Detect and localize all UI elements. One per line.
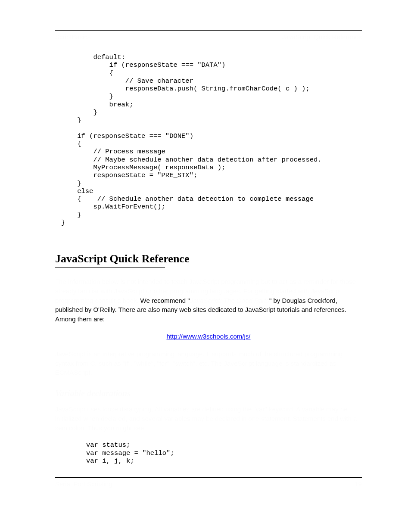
intro-text-b-plain: We recommend " — [140, 297, 190, 304]
footer-left: Serial Port Scripting — [55, 480, 112, 488]
header-divider — [55, 30, 362, 31]
book-title: JavaScript: The Good Parts — [190, 297, 269, 304]
header-left: ScriptBasics — [55, 33, 91, 40]
reference-link[interactable]: http://www.w3schools.com/js/ — [166, 333, 250, 340]
reference-link-block: http://www.w3schools.com/js/ — [55, 333, 362, 340]
subsection-heading: Variable declarations — [55, 389, 362, 398]
footer-row: Serial Port Scripting 19 — [55, 480, 362, 488]
javascript-overview-paragraph: JaveScript is an interpretive programmin… — [55, 349, 362, 377]
header-right: JavaScript Quick Reference — [282, 33, 362, 40]
section-underline — [55, 267, 165, 268]
var-decl-paragraph: JavaScript uses loose data typing. All v… — [55, 404, 362, 432]
code-block-var-decl: var status; var message = "hello"; var i… — [86, 441, 362, 465]
footer-divider — [55, 477, 362, 478]
section-heading: JavaScript Quick Reference — [55, 252, 362, 265]
code-block-response-handler: default: if (responseState === "DATA") {… — [61, 53, 362, 227]
footer-page-number: 19 — [355, 480, 362, 488]
page-footer: Serial Port Scripting 19 — [55, 477, 362, 488]
running-header: ScriptBasics JavaScript Quick Reference — [55, 33, 362, 40]
page-content: ScriptBasics JavaScript Quick Reference … — [55, 30, 362, 465]
intro-paragraph: The information below is not intended to… — [55, 277, 362, 324]
